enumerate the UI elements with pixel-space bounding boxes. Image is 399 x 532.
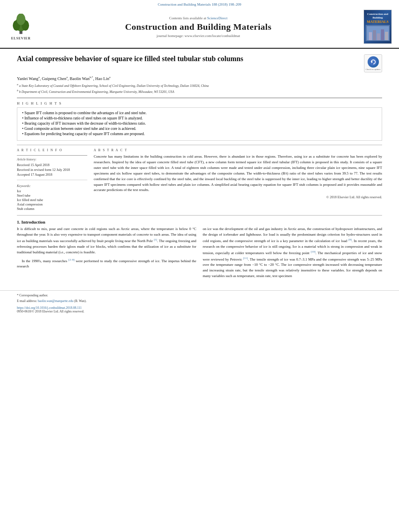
article-title: Axial compressive behavior of square ice… xyxy=(17,54,359,64)
cover-title: Construction and Building xyxy=(366,12,390,20)
top-bar: Construction and Building Materials 188 … xyxy=(0,0,399,7)
svg-rect-10 xyxy=(385,32,388,40)
highlights-label: H I G H L I G H T S xyxy=(17,101,382,105)
header-center: Contents lists available at ScienceDirec… xyxy=(37,16,360,38)
cover-image xyxy=(366,25,390,41)
affil-sup-b: b,* xyxy=(90,76,93,79)
authors-line: Yanlei Wanga, Guipeng Chena, Baolin Wanb… xyxy=(17,76,382,81)
article-body: Axial compressive behavior of square ice… xyxy=(0,49,399,287)
svg-point-11 xyxy=(370,58,377,66)
divider-1 xyxy=(17,98,382,98)
svg-rect-7 xyxy=(373,30,376,40)
intro-columns: It is difficult to mix, pour and cure co… xyxy=(17,226,382,281)
journal-citation: Construction and Building Materials 188 … xyxy=(158,2,241,6)
intro-col-left: It is difficult to mix, pour and cure co… xyxy=(17,226,196,281)
keywords-label: Keywords: xyxy=(17,184,87,188)
intro-heading: 1. Introduction xyxy=(17,220,382,224)
email-line: E-mail address: baolin.wan@marquette.edu… xyxy=(17,299,382,304)
history-label: Article history: xyxy=(17,158,87,161)
highlights-box: • Square IFT column is proposed to combi… xyxy=(17,107,382,141)
check-updates-text: Check for updates xyxy=(366,68,380,71)
cover-photo-icon xyxy=(367,26,389,40)
journal-title: Construction and Building Materials xyxy=(37,22,360,32)
journal-homepage: journal homepage: www.elsevier.com/locat… xyxy=(37,34,360,38)
affil-sup-a1: a xyxy=(39,76,40,79)
affil-sup-a3: a xyxy=(109,76,110,79)
svg-rect-6 xyxy=(369,32,372,40)
introduction-section: 1. Introduction It is difficult to mix, … xyxy=(17,220,382,281)
affiliations: a a State Key Laboratory of Coastal and … xyxy=(17,82,382,94)
intro-para-3: on ice was the development of the oil an… xyxy=(203,226,382,279)
svg-rect-9 xyxy=(381,29,384,40)
history-revised: Received in revised form 12 July 2018 xyxy=(17,168,87,172)
header-inner: ELSEVIER Contents lists available at Sci… xyxy=(0,7,399,46)
email-link[interactable]: baolin.wan@marquette.edu xyxy=(38,299,73,303)
check-circle-icon xyxy=(368,56,379,68)
keywords-divider xyxy=(17,180,87,180)
keyword-4: Axial compression xyxy=(17,202,87,206)
doi-link[interactable]: https://doi.org/10.1016/j.conbuildmat.20… xyxy=(17,306,82,310)
article-info-label: A R T I C L E I N F O xyxy=(17,148,87,152)
keyword-2: Steel tube xyxy=(17,193,87,197)
copyright: © 2018 Elsevier Ltd. All rights reserved… xyxy=(94,195,382,199)
abstract-col: A B S T R A C T Concrete has many limita… xyxy=(94,148,382,211)
info-divider xyxy=(17,155,87,156)
abstract-label: A B S T R A C T xyxy=(94,148,382,152)
abstract-text: Concrete has many limitations in the bui… xyxy=(94,154,382,193)
intro-para-1: It is difficult to mix, pour and cure co… xyxy=(17,226,196,255)
journal-header: Construction and Building Materials 188 … xyxy=(0,0,399,49)
info-abstract-section: A R T I C L E I N F O Article history: R… xyxy=(17,148,382,211)
history-accepted: Accepted 17 August 2018 xyxy=(17,173,87,177)
highlight-item-4: • Good composite action between outer st… xyxy=(22,127,377,131)
highlight-item-3: • Bearing capacity of IFT increases with… xyxy=(22,121,377,125)
article-title-section: Axial compressive behavior of square ice… xyxy=(17,54,382,72)
intro-para-2: In the 1990's, many researches [2–8] wer… xyxy=(17,258,196,270)
update-icon xyxy=(369,58,377,66)
elsevier-label: ELSEVIER xyxy=(11,37,31,40)
highlight-item-2: • Influence of width-to-thickness ratio … xyxy=(22,116,377,120)
corresponding-author-note: * Corresponding author. xyxy=(17,293,382,298)
ref-2-8: [2–8] xyxy=(68,258,74,261)
page: Construction and Building Materials 188 … xyxy=(0,0,399,532)
highlight-item-5: • Equations for predicting bearing capac… xyxy=(22,132,377,136)
ref-10: [10] xyxy=(311,250,316,253)
contents-line: Contents lists available at ScienceDirec… xyxy=(37,16,360,20)
divider-2 xyxy=(17,145,382,145)
intro-col-right: on ice was the development of the oil an… xyxy=(203,226,382,281)
check-for-updates-badge: Check for updates xyxy=(364,54,382,72)
highlight-item-1: • Square IFT column is proposed to combi… xyxy=(22,111,377,115)
journal-cover: Construction and Building MATERIALS xyxy=(364,10,392,44)
ref-11: [11] xyxy=(243,257,248,260)
keyword-1: Ice xyxy=(17,189,87,193)
elsevier-logo: ELSEVIER xyxy=(5,14,37,40)
cover-materials: MATERIALS xyxy=(367,20,389,24)
header-right: Construction and Building MATERIALS xyxy=(360,10,392,44)
svg-rect-8 xyxy=(377,33,380,40)
elsevier-tree-icon xyxy=(9,14,33,36)
affiliation-b: b b Department of Civil, Construction an… xyxy=(17,88,382,94)
affiliation-a: a a State Key Laboratory of Coastal and … xyxy=(17,82,382,88)
affil-sup-a2: a xyxy=(66,76,68,79)
divider-3 xyxy=(17,215,382,216)
ref-1: [1] xyxy=(154,238,157,241)
sciencedirect-link[interactable]: ScienceDirect xyxy=(207,16,227,20)
keyword-3: Ice filled steel tube xyxy=(17,198,87,202)
svg-point-4 xyxy=(16,14,25,25)
footer: * Corresponding author. E-mail address: … xyxy=(0,290,399,316)
issn-text: 0950-0618/© 2018 Elsevier Ltd. All right… xyxy=(17,310,382,313)
ref-9: [9] xyxy=(348,238,352,241)
history-received: Received 15 April 2018 xyxy=(17,163,87,167)
article-info-col: A R T I C L E I N F O Article history: R… xyxy=(17,148,87,211)
keyword-5: Stub column xyxy=(17,207,87,211)
